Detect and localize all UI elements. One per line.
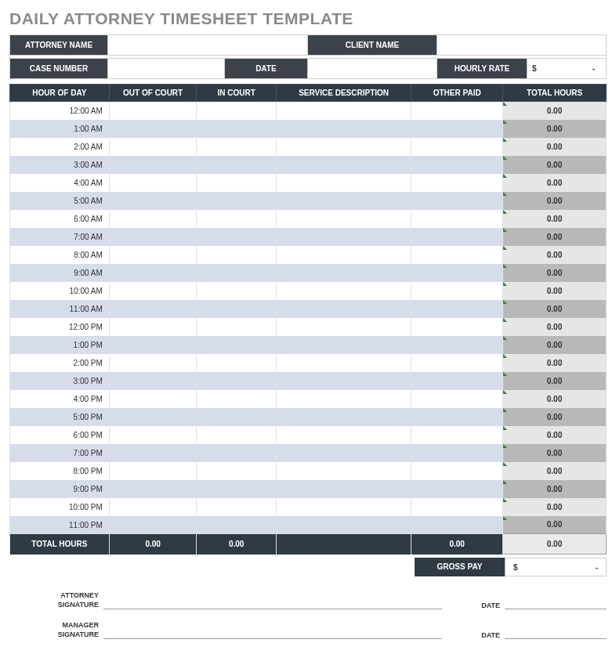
- manager-date-line[interactable]: [505, 622, 607, 639]
- attorney-signature-line[interactable]: [103, 592, 442, 609]
- cell-in[interactable]: [197, 282, 276, 300]
- cell-desc[interactable]: [276, 390, 411, 408]
- cell-other[interactable]: [411, 372, 503, 390]
- cell-desc[interactable]: [276, 192, 411, 210]
- cell-other[interactable]: [411, 462, 503, 480]
- cell-out[interactable]: [109, 516, 197, 534]
- manager-signature-line[interactable]: [103, 622, 442, 639]
- cell-in[interactable]: [197, 210, 276, 228]
- attorney-name-field[interactable]: [108, 35, 308, 56]
- cell-desc[interactable]: [276, 228, 411, 246]
- cell-other[interactable]: [411, 444, 503, 462]
- cell-desc[interactable]: [276, 462, 411, 480]
- cell-out[interactable]: [109, 156, 197, 174]
- cell-out[interactable]: [109, 174, 197, 192]
- cell-in[interactable]: [197, 462, 276, 480]
- cell-other[interactable]: [411, 228, 503, 246]
- cell-out[interactable]: [109, 462, 197, 480]
- cell-out[interactable]: [109, 192, 197, 210]
- cell-in[interactable]: [197, 444, 276, 462]
- cell-in[interactable]: [197, 174, 276, 192]
- client-name-field[interactable]: [437, 35, 607, 56]
- cell-other[interactable]: [411, 354, 503, 372]
- cell-in[interactable]: [197, 390, 276, 408]
- cell-out[interactable]: [109, 480, 197, 498]
- cell-other[interactable]: [411, 264, 503, 282]
- cell-desc[interactable]: [276, 102, 411, 120]
- cell-out[interactable]: [109, 138, 197, 156]
- cell-out[interactable]: [109, 390, 197, 408]
- cell-desc[interactable]: [276, 336, 411, 354]
- hourly-rate-field[interactable]: $ -: [527, 59, 607, 79]
- cell-other[interactable]: [411, 120, 503, 138]
- cell-out[interactable]: [109, 264, 197, 282]
- cell-other[interactable]: [411, 102, 503, 120]
- cell-desc[interactable]: [276, 138, 411, 156]
- cell-out[interactable]: [109, 372, 197, 390]
- cell-in[interactable]: [197, 318, 276, 336]
- cell-other[interactable]: [411, 390, 503, 408]
- cell-desc[interactable]: [276, 318, 411, 336]
- cell-desc[interactable]: [276, 354, 411, 372]
- cell-out[interactable]: [109, 210, 197, 228]
- cell-desc[interactable]: [276, 264, 411, 282]
- cell-out[interactable]: [109, 120, 197, 138]
- cell-other[interactable]: [411, 516, 503, 534]
- cell-out[interactable]: [109, 246, 197, 264]
- cell-out[interactable]: [109, 408, 197, 426]
- cell-out[interactable]: [109, 426, 197, 444]
- cell-desc[interactable]: [276, 156, 411, 174]
- cell-desc[interactable]: [276, 444, 411, 462]
- date-field[interactable]: [308, 59, 437, 79]
- cell-desc[interactable]: [276, 480, 411, 498]
- cell-other[interactable]: [411, 318, 503, 336]
- cell-out[interactable]: [109, 444, 197, 462]
- cell-in[interactable]: [197, 246, 276, 264]
- cell-desc[interactable]: [276, 408, 411, 426]
- attorney-date-line[interactable]: [505, 592, 607, 609]
- cell-other[interactable]: [411, 138, 503, 156]
- cell-in[interactable]: [197, 372, 276, 390]
- cell-in[interactable]: [197, 480, 276, 498]
- cell-in[interactable]: [197, 156, 276, 174]
- cell-desc[interactable]: [276, 498, 411, 516]
- cell-in[interactable]: [197, 300, 276, 318]
- cell-in[interactable]: [197, 228, 276, 246]
- case-number-field[interactable]: [108, 59, 225, 79]
- cell-in[interactable]: [197, 192, 276, 210]
- cell-desc[interactable]: [276, 300, 411, 318]
- cell-in[interactable]: [197, 498, 276, 516]
- cell-other[interactable]: [411, 300, 503, 318]
- cell-out[interactable]: [109, 282, 197, 300]
- cell-desc[interactable]: [276, 246, 411, 264]
- cell-other[interactable]: [411, 498, 503, 516]
- cell-in[interactable]: [197, 102, 276, 120]
- cell-desc[interactable]: [276, 372, 411, 390]
- cell-other[interactable]: [411, 246, 503, 264]
- cell-in[interactable]: [197, 264, 276, 282]
- cell-desc[interactable]: [276, 210, 411, 228]
- cell-in[interactable]: [197, 120, 276, 138]
- cell-out[interactable]: [109, 354, 197, 372]
- cell-other[interactable]: [411, 336, 503, 354]
- cell-other[interactable]: [411, 192, 503, 210]
- cell-in[interactable]: [197, 516, 276, 534]
- cell-out[interactable]: [109, 498, 197, 516]
- cell-desc[interactable]: [276, 174, 411, 192]
- cell-out[interactable]: [109, 318, 197, 336]
- cell-other[interactable]: [411, 408, 503, 426]
- cell-in[interactable]: [197, 354, 276, 372]
- gross-pay-field[interactable]: $ -: [505, 558, 607, 576]
- cell-other[interactable]: [411, 156, 503, 174]
- cell-other[interactable]: [411, 282, 503, 300]
- cell-other[interactable]: [411, 426, 503, 444]
- cell-out[interactable]: [109, 336, 197, 354]
- cell-in[interactable]: [197, 336, 276, 354]
- cell-desc[interactable]: [276, 426, 411, 444]
- cell-out[interactable]: [109, 228, 197, 246]
- cell-other[interactable]: [411, 174, 503, 192]
- cell-desc[interactable]: [276, 516, 411, 534]
- cell-desc[interactable]: [276, 282, 411, 300]
- cell-in[interactable]: [197, 408, 276, 426]
- cell-in[interactable]: [197, 426, 276, 444]
